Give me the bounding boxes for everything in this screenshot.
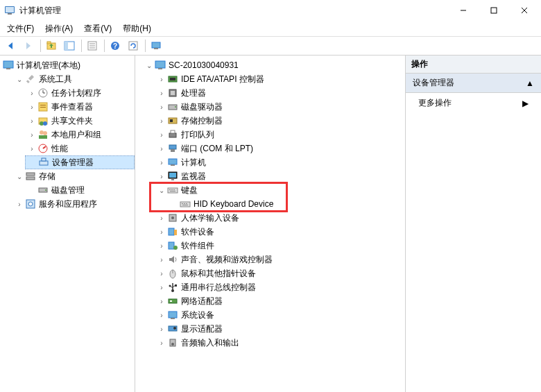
back-button[interactable]: [3, 38, 18, 53]
refresh-button[interactable]: [126, 38, 141, 53]
svg-rect-50: [171, 91, 175, 95]
expand-icon[interactable]: ›: [157, 325, 166, 333]
expand-icon[interactable]: ›: [157, 172, 166, 180]
device-ports[interactable]: ›端口 (COM 和 LPT): [155, 142, 405, 155]
expand-icon[interactable]: ›: [157, 339, 166, 347]
gpu-icon: [167, 323, 178, 334]
expand-icon[interactable]: ›: [28, 103, 36, 111]
svg-point-31: [43, 121, 47, 126]
svg-rect-10: [65, 42, 68, 50]
tree-label: 任务计划程序: [51, 87, 101, 99]
device-software-dev[interactable]: ›软件设备: [155, 225, 405, 239]
expand-icon[interactable]: ›: [28, 89, 36, 97]
close-button[interactable]: [509, 1, 540, 20]
tree-services-apps[interactable]: › 服务和应用程序: [12, 197, 135, 211]
tree-storage[interactable]: ⌄ 存储: [12, 169, 135, 183]
expand-icon[interactable]: ›: [157, 269, 166, 278]
minimize-button[interactable]: [448, 1, 479, 20]
device-keyboard[interactable]: ⌄键盘: [155, 183, 405, 197]
properties-button[interactable]: [85, 38, 100, 53]
menu-file[interactable]: 文件(F): [1, 22, 40, 36]
device-software-comp[interactable]: ›软件组件: [155, 239, 405, 253]
device-ide[interactable]: ›IDE ATA/ATAPI 控制器: [155, 72, 405, 86]
svg-point-42: [45, 189, 46, 191]
device-network[interactable]: ›网络适配器: [155, 294, 405, 308]
expand-icon[interactable]: ›: [157, 283, 166, 291]
svg-rect-89: [170, 300, 172, 302]
hdd-icon: [167, 101, 178, 112]
expand-icon[interactable]: ›: [157, 255, 166, 264]
help-button[interactable]: ?: [108, 38, 123, 53]
menu-action[interactable]: 操作(A): [40, 22, 78, 36]
up-button[interactable]: [44, 38, 59, 53]
svg-point-44: [28, 202, 33, 206]
expand-icon[interactable]: ›: [157, 214, 166, 222]
tree-local-users[interactable]: › 本地用户和组: [25, 128, 135, 142]
device-system[interactable]: ›系统设备: [155, 308, 405, 322]
toolbar: ?: [0, 36, 541, 56]
storage-ctrl-icon: [167, 115, 178, 126]
device-monitors[interactable]: ›监视器: [155, 169, 405, 183]
maximize-button[interactable]: [479, 1, 509, 20]
computer-mgmt-icon: [3, 60, 14, 71]
forward-button[interactable]: [21, 38, 36, 53]
expand-icon[interactable]: ›: [28, 117, 36, 125]
device-hid[interactable]: ›人体学输入设备: [155, 211, 405, 225]
tree-label: 键盘: [181, 185, 198, 196]
tree-disk-mgmt[interactable]: 磁盘管理: [25, 183, 135, 197]
tree-performance[interactable]: › 性能: [25, 142, 135, 155]
expand-icon[interactable]: ›: [157, 75, 166, 83]
expand-icon[interactable]: ⌄: [15, 172, 24, 180]
svg-rect-70: [182, 203, 183, 204]
device-display[interactable]: ›显示适配器: [155, 322, 405, 336]
tree-label: 磁盘管理: [51, 185, 85, 196]
menu-view[interactable]: 查看(V): [78, 22, 117, 36]
device-hid-keyboard[interactable]: HID Keyboard Device: [167, 197, 405, 211]
expand-icon[interactable]: ›: [157, 158, 166, 167]
svg-rect-48: [170, 78, 175, 80]
expand-icon[interactable]: ›: [157, 228, 166, 236]
expand-icon[interactable]: ›: [28, 130, 36, 139]
actions-section[interactable]: 设备管理器 ▲: [406, 74, 541, 93]
tree-task-scheduler[interactable]: › 任务计划程序: [25, 86, 135, 100]
menu-help[interactable]: 帮助(H): [117, 22, 157, 36]
svg-rect-65: [169, 189, 171, 190]
device-disk-drives[interactable]: ›磁盘驱动器: [155, 100, 405, 114]
expand-icon[interactable]: ›: [157, 311, 166, 319]
scan-hardware-button[interactable]: [148, 38, 164, 53]
tree-label: 存储控制器: [181, 115, 223, 127]
expand-icon[interactable]: ›: [157, 103, 166, 111]
submenu-arrow-icon: ▶: [522, 99, 529, 108]
tree-device-manager[interactable]: 设备管理器: [25, 155, 135, 169]
expand-icon[interactable]: ›: [28, 144, 36, 153]
expand-icon[interactable]: ›: [157, 117, 166, 125]
expand-icon[interactable]: ›: [157, 144, 166, 153]
more-actions-item[interactable]: 更多操作 ▶: [406, 93, 541, 113]
tree-system-tools[interactable]: ⌄ 系统工具: [12, 72, 135, 86]
collapse-icon[interactable]: ⌄: [145, 61, 153, 69]
device-usb[interactable]: ›通用串行总线控制器: [155, 280, 405, 294]
svg-rect-40: [26, 177, 35, 180]
device-sound[interactable]: ›声音、视频和游戏控制器: [155, 253, 405, 266]
svg-rect-37: [40, 161, 48, 165]
cpu-icon: [167, 87, 178, 99]
expand-icon[interactable]: ⌄: [15, 75, 24, 83]
device-audio-io[interactable]: ›音频输入和输出: [155, 336, 405, 350]
expand-icon[interactable]: ›: [157, 89, 166, 97]
tree-root-computer-mgmt[interactable]: 计算机管理(本地): [0, 58, 135, 72]
show-hide-tree-button[interactable]: [62, 38, 77, 53]
expand-icon[interactable]: ›: [157, 241, 166, 250]
device-computer[interactable]: ›计算机: [155, 155, 405, 169]
device-mouse[interactable]: ›鼠标和其他指针设备: [155, 266, 405, 280]
expand-icon[interactable]: ›: [15, 200, 24, 208]
expand-icon[interactable]: ›: [157, 130, 166, 139]
collapse-icon[interactable]: ⌄: [157, 186, 166, 194]
device-cpu[interactable]: ›处理器: [155, 86, 405, 100]
tree-event-viewer[interactable]: › 事件查看器: [25, 100, 135, 114]
device-storage-ctrl[interactable]: ›存储控制器: [155, 114, 405, 128]
expand-icon[interactable]: ›: [157, 297, 166, 305]
device-root[interactable]: ⌄ SC-201030040931: [142, 58, 405, 72]
device-print-queue[interactable]: ›打印队列: [155, 128, 405, 142]
tree-shared-folders[interactable]: › 共享文件夹: [25, 114, 135, 128]
clock-icon: [37, 87, 49, 99]
